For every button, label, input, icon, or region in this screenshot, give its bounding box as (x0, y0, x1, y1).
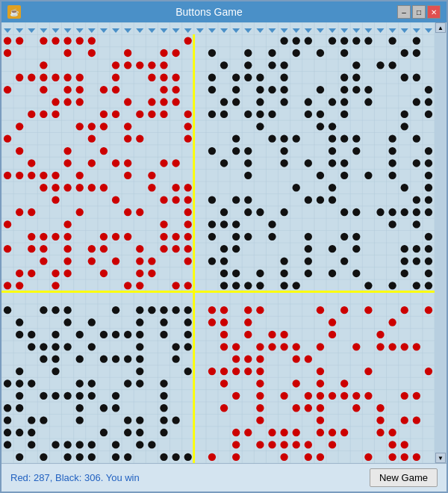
window: ☕ Buttons Game – □ ✕ ▲ ▼ Red: 287, Black… (0, 0, 448, 493)
restore-button[interactable]: □ (412, 5, 426, 19)
new-game-button[interactable]: New Game (370, 468, 438, 487)
minimize-button[interactable]: – (397, 5, 411, 19)
game-canvas[interactable] (1, 22, 435, 463)
title-bar: ☕ Buttons Game – □ ✕ (1, 1, 447, 22)
app-icon: ☕ (7, 5, 21, 19)
status-text: Red: 287, Black: 306. You win (10, 472, 140, 483)
close-button[interactable]: ✕ (427, 5, 441, 19)
window-title: Buttons Game (21, 6, 397, 18)
window-controls: – □ ✕ (397, 5, 441, 19)
status-bar: Red: 287, Black: 306. You win New Game (1, 463, 447, 492)
scroll-down-arrow[interactable]: ▼ (435, 453, 446, 463)
scrollbar-right[interactable]: ▲ ▼ (435, 22, 447, 463)
game-area[interactable]: ▲ ▼ (1, 22, 447, 463)
scroll-up-arrow[interactable]: ▲ (435, 22, 446, 33)
